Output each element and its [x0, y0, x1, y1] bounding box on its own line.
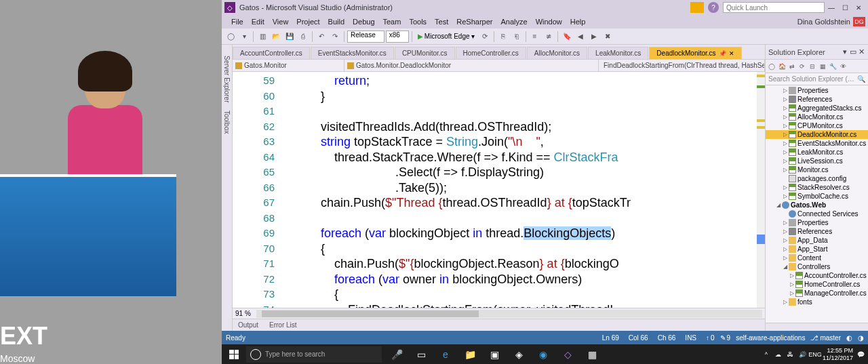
expand-icon[interactable] — [782, 299, 789, 305]
bookmark-prev[interactable]: ◀ — [574, 31, 587, 43]
step-button-1[interactable]: ⎘ — [497, 31, 509, 43]
expand-icon[interactable] — [789, 272, 795, 279]
redo-button[interactable]: ↷ — [329, 31, 341, 43]
tree-item[interactable]: HomeController.cs — [766, 280, 868, 289]
mic-icon[interactable]: 🎤 — [384, 344, 409, 364]
menu-edit[interactable]: Edit — [248, 16, 269, 27]
repo-name[interactable]: self-aware-applications — [736, 334, 805, 342]
network-icon[interactable]: 🖧 — [786, 350, 795, 359]
nav-fwd-button[interactable]: ▾ — [238, 31, 250, 43]
status-sync-icon[interactable]: ◐ — [846, 334, 852, 342]
git-branch[interactable]: ⎇ master — [810, 334, 841, 342]
tree-item[interactable]: CPUMonitor.cs — [766, 121, 868, 130]
user-avatar-badge[interactable]: DG — [853, 17, 865, 26]
taskbar-search[interactable]: Type here to search — [246, 346, 382, 363]
menu-resharper[interactable]: ReSharper — [452, 16, 496, 27]
file-explorer-icon[interactable]: 📁 — [458, 344, 482, 364]
platform-dropdown[interactable]: x86 — [386, 31, 409, 43]
close-button[interactable]: ✕ — [852, 2, 865, 13]
solution-tree[interactable]: PropertiesReferencesAggregatedStacks.csA… — [766, 85, 868, 323]
doc-tab[interactable]: HomeController.cs — [456, 47, 526, 59]
maximize-button[interactable]: ☐ — [838, 2, 852, 13]
open-file-button[interactable]: 📂 — [270, 31, 282, 43]
expand-icon[interactable] — [782, 96, 789, 102]
start-debug-button[interactable]: ▶ Microsoft Edge ▾ — [415, 33, 477, 40]
tree-item[interactable]: AccountController.cs — [766, 271, 868, 280]
terminal-icon[interactable]: ▣ — [482, 344, 507, 364]
new-project-button[interactable]: ▥ — [256, 31, 269, 43]
expand-icon[interactable] — [782, 220, 789, 226]
tree-item[interactable]: AllocMonitor.cs — [766, 113, 868, 121]
uncomment-button[interactable]: ≢ — [542, 31, 555, 43]
app-icon-2[interactable]: ◉ — [531, 344, 555, 364]
tree-item[interactable]: References — [766, 227, 868, 236]
doc-tab[interactable]: AccountController.cs — [233, 47, 310, 59]
expand-icon[interactable] — [782, 158, 789, 164]
nav-method-dropdown[interactable]: FindDeadlockStartingFrom(ClrThread threa… — [599, 60, 765, 71]
expand-icon[interactable] — [782, 255, 789, 261]
expand-icon[interactable] — [789, 281, 795, 287]
expand-icon[interactable] — [782, 228, 789, 235]
bookmark-clear[interactable]: ✖ — [601, 31, 614, 43]
sol-refresh-icon[interactable]: ⟳ — [797, 62, 807, 71]
tree-item[interactable]: ManageController.cs — [766, 289, 868, 298]
bookmark-next[interactable]: ▶ — [588, 31, 600, 43]
undo-button[interactable]: ↶ — [315, 31, 328, 43]
visual-studio-taskbar-icon[interactable]: ◇ — [555, 344, 580, 364]
save-all-button[interactable]: ⎙ — [297, 31, 309, 43]
doc-tab[interactable]: CPUMonitor.cs — [395, 47, 455, 59]
solution-hscroll[interactable] — [766, 323, 868, 331]
minimize-button[interactable]: — — [825, 2, 838, 13]
expand-icon[interactable] — [782, 114, 789, 120]
language-indicator[interactable]: ENG — [810, 350, 820, 359]
volume-icon[interactable]: 🔊 — [798, 350, 808, 359]
panel-close-button[interactable]: ✕ — [857, 47, 865, 56]
tree-item[interactable]: Gatos.Web — [766, 201, 868, 209]
expand-icon[interactable] — [782, 140, 789, 146]
pin-icon[interactable]: 📌 — [719, 50, 726, 57]
menu-analyze[interactable]: Analyze — [496, 16, 531, 27]
edge-icon[interactable]: e — [433, 344, 458, 364]
comment-button[interactable]: ≡ — [529, 31, 541, 43]
onedrive-icon[interactable]: ☁ — [774, 350, 783, 359]
tree-item[interactable]: App_Start — [766, 245, 868, 254]
tree-item[interactable]: packages.config — [766, 174, 868, 183]
tree-item[interactable]: References — [766, 95, 868, 104]
menu-tools[interactable]: Tools — [405, 16, 431, 27]
scroll-indicator[interactable] — [757, 72, 765, 308]
config-dropdown[interactable]: Release — [347, 31, 384, 43]
tree-item[interactable]: App_Data — [766, 236, 868, 245]
menu-test[interactable]: Test — [431, 16, 452, 27]
quick-launch-input[interactable] — [723, 2, 825, 13]
start-button[interactable] — [222, 344, 246, 364]
tree-item[interactable]: Monitor.cs — [766, 165, 868, 174]
tree-item[interactable]: Properties — [766, 86, 868, 95]
sol-properties-icon[interactable]: 🔧 — [828, 62, 837, 71]
sol-sync-icon[interactable]: ⇄ — [787, 62, 797, 71]
expand-icon[interactable] — [782, 193, 789, 199]
tree-item[interactable]: AggregatedStacks.cs — [766, 104, 868, 113]
expand-icon[interactable] — [782, 264, 789, 270]
tray-chevron-icon[interactable]: ^ — [762, 350, 771, 359]
save-button[interactable]: 💾 — [283, 31, 296, 43]
toolbox-tab[interactable]: Toolbox — [223, 106, 231, 138]
sol-home-icon[interactable]: 🏠 — [777, 62, 787, 71]
close-tab-icon[interactable]: ✕ — [729, 50, 734, 57]
notification-flag-icon[interactable] — [690, 2, 704, 13]
task-view-button[interactable]: ▭ — [409, 344, 433, 364]
signed-in-user[interactable]: Dina Goldshtein — [797, 18, 850, 26]
tree-item[interactable]: LeakMonitor.cs — [766, 148, 868, 157]
menu-window[interactable]: Window — [532, 16, 566, 27]
tree-item[interactable]: SymbolCache.cs — [766, 192, 868, 201]
expand-icon[interactable] — [782, 246, 789, 252]
code-text-area[interactable]: return; } visitedThreadIds.Add(thread.OS… — [280, 72, 765, 308]
pending-uploads[interactable]: ↑ 0 — [706, 334, 715, 342]
doc-tab[interactable]: LeakMonitor.cs — [588, 47, 648, 59]
sol-showall-icon[interactable]: ▦ — [818, 62, 827, 71]
menu-view[interactable]: View — [269, 16, 293, 27]
tree-item[interactable]: Content — [766, 254, 868, 262]
panel-dropdown-button[interactable]: ▾ — [841, 47, 849, 56]
app-icon-3[interactable]: ▦ — [580, 344, 604, 364]
expand-icon[interactable] — [789, 290, 795, 296]
browser-refresh-button[interactable]: ⟳ — [479, 31, 491, 43]
